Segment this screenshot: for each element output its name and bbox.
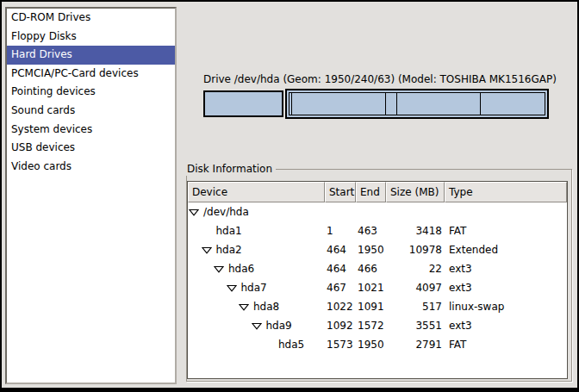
disk-table: DeviceStartEndSize (MB)Type /dev/hdahda1… bbox=[187, 181, 568, 379]
disk-information-label: Disk Information bbox=[186, 163, 276, 176]
hardware-browser-window: CD-ROM DrivesFloppy DisksHard DrivesPCMC… bbox=[0, 0, 579, 392]
end-cell: 1021 bbox=[356, 278, 386, 297]
column-header-end[interactable]: End bbox=[356, 182, 386, 202]
expander-icon[interactable] bbox=[239, 303, 253, 311]
device-name: hda8 bbox=[253, 297, 279, 316]
table-row-hda9[interactable]: hda9109215723551ext3 bbox=[188, 316, 567, 335]
type-cell: ext3 bbox=[445, 278, 567, 297]
column-header-device[interactable]: Device bbox=[188, 182, 325, 202]
size-cell: 4097 bbox=[386, 278, 445, 297]
start-cell: 467 bbox=[325, 278, 356, 297]
type-cell: FAT bbox=[445, 221, 567, 240]
expander-icon[interactable] bbox=[189, 208, 203, 216]
device-name: hda2 bbox=[216, 240, 242, 259]
partition-segment-hda1 bbox=[203, 90, 283, 117]
device-name: /dev/hda bbox=[203, 202, 249, 221]
table-row-hda2[interactable]: hda2464195010978Extended bbox=[188, 240, 567, 259]
type-cell: Extended bbox=[445, 240, 567, 259]
size-cell: 517 bbox=[386, 297, 445, 316]
size-cell: 10978 bbox=[386, 240, 445, 259]
table-row-hda1[interactable]: hda114633418FAT bbox=[188, 221, 567, 240]
sidebar-item-system-devices[interactable]: System devices bbox=[7, 121, 175, 140]
table-row-hda7[interactable]: hda746710214097ext3 bbox=[188, 278, 567, 297]
partition-divider-hda8 bbox=[396, 93, 397, 115]
size-cell: 22 bbox=[386, 259, 445, 278]
device-name: hda5 bbox=[278, 335, 304, 354]
size-cell: 3418 bbox=[386, 221, 445, 240]
start-cell bbox=[325, 202, 356, 221]
partition-divider-hda9 bbox=[480, 93, 481, 115]
device-category-list: CD-ROM DrivesFloppy DisksHard DrivesPCMC… bbox=[5, 7, 177, 384]
logical-partitions-box bbox=[289, 92, 545, 115]
device-name: hda1 bbox=[216, 221, 242, 240]
end-cell: 1950 bbox=[356, 335, 386, 354]
size-cell bbox=[386, 202, 445, 221]
start-cell: 464 bbox=[325, 259, 356, 278]
partition-divider-hda6 bbox=[291, 93, 292, 115]
sidebar-item-usb-devices[interactable]: USB devices bbox=[7, 139, 175, 158]
end-cell: 463 bbox=[356, 221, 386, 240]
drive-partition-bar bbox=[203, 89, 549, 119]
end-cell bbox=[356, 202, 386, 221]
partition-segment-extended-hda2 bbox=[285, 89, 549, 119]
sidebar-item-sound-cards[interactable]: Sound cards bbox=[7, 102, 175, 121]
device-name: hda6 bbox=[228, 259, 254, 278]
start-cell: 464 bbox=[325, 240, 356, 259]
end-cell: 1091 bbox=[356, 297, 386, 316]
size-cell: 2791 bbox=[386, 335, 445, 354]
table-body: /dev/hdahda114633418FAThda2464195010978E… bbox=[188, 202, 567, 354]
start-cell: 1573 bbox=[325, 335, 356, 354]
device-name: hda9 bbox=[266, 316, 292, 335]
sidebar-item-floppy-disks[interactable]: Floppy Disks bbox=[7, 28, 175, 47]
table-header-row: DeviceStartEndSize (MB)Type bbox=[188, 182, 567, 202]
column-header-type[interactable]: Type bbox=[445, 182, 567, 202]
end-cell: 466 bbox=[356, 259, 386, 278]
expander-icon[interactable] bbox=[202, 246, 216, 254]
device-name: hda7 bbox=[241, 278, 267, 297]
type-cell: ext3 bbox=[445, 316, 567, 335]
expander-icon[interactable] bbox=[252, 322, 266, 330]
sidebar-item-video-cards[interactable]: Video cards bbox=[7, 158, 175, 177]
expander-icon[interactable] bbox=[214, 265, 228, 273]
table-row-hda6[interactable]: hda646446622ext3 bbox=[188, 259, 567, 278]
sidebar-item-cd-rom-drives[interactable]: CD-ROM Drives bbox=[7, 9, 175, 28]
type-cell: linux-swap bbox=[445, 297, 567, 316]
start-cell: 1092 bbox=[325, 316, 356, 335]
start-cell: 1 bbox=[325, 221, 356, 240]
expander-icon[interactable] bbox=[227, 284, 241, 292]
start-cell: 1022 bbox=[325, 297, 356, 316]
type-cell: ext3 bbox=[445, 259, 567, 278]
sidebar-item-hard-drives[interactable]: Hard Drives bbox=[7, 46, 175, 65]
type-cell: FAT bbox=[445, 335, 567, 354]
drive-title: Drive /dev/hda (Geom: 1950/240/63) (Mode… bbox=[203, 73, 549, 86]
column-header-size-mb[interactable]: Size (MB) bbox=[386, 182, 445, 202]
table-row-hda8[interactable]: hda810221091517linux-swap bbox=[188, 297, 567, 316]
partition-divider-hda7 bbox=[385, 93, 386, 115]
size-cell: 3551 bbox=[386, 316, 445, 335]
column-header-start[interactable]: Start bbox=[325, 182, 356, 202]
table-row-dev-hda[interactable]: /dev/hda bbox=[188, 202, 567, 221]
end-cell: 1572 bbox=[356, 316, 386, 335]
sidebar-item-pointing-devices[interactable]: Pointing devices bbox=[7, 83, 175, 102]
end-cell: 1950 bbox=[356, 240, 386, 259]
sidebar-item-pcmcia-pc-card-devices[interactable]: PCMCIA/PC-Card devices bbox=[7, 65, 175, 84]
type-cell bbox=[445, 202, 567, 221]
table-row-hda5[interactable]: hda5157319502791FAT bbox=[188, 335, 567, 354]
